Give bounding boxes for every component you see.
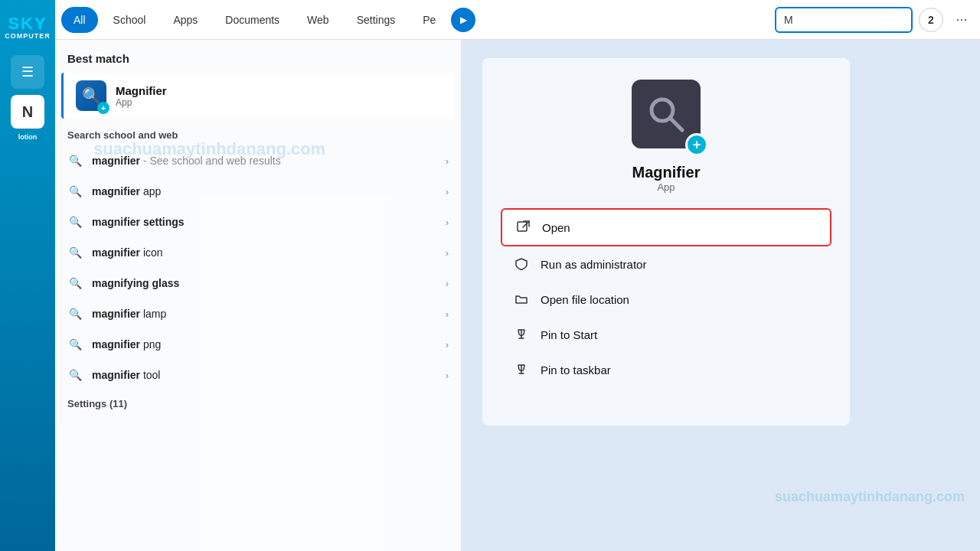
folder-icon [513, 291, 530, 308]
app-type-large: App [657, 181, 675, 193]
sidebar: SKY COMPUTER ☰ N lotion [0, 0, 55, 551]
search-row-text-5: magnifier lamp [92, 308, 436, 320]
chevron-7: › [446, 370, 449, 381]
tab-school[interactable]: School [101, 7, 158, 33]
search-row-text-4: magnifying glass [92, 277, 436, 289]
right-panel: + Magnifier App Open [461, 40, 980, 551]
best-match-item[interactable]: 🔍 + Magnifier App [61, 73, 455, 119]
svg-line-1 [670, 118, 682, 130]
best-match-type: App [116, 97, 167, 108]
logo-sky-text: SKY [8, 15, 47, 32]
chevron-3: › [446, 247, 449, 259]
main-content: All School Apps Documents Web Settings P… [55, 0, 980, 551]
tab-settings[interactable]: Settings [345, 7, 408, 33]
plus-badge-icon: + [97, 102, 109, 114]
chevron-5: › [446, 308, 449, 320]
pin-start-label: Pin to Start [541, 328, 597, 341]
search-row-text-3: magnifier icon [92, 246, 436, 259]
tab-apps[interactable]: Apps [161, 7, 210, 33]
settings-count: Settings (11) [55, 390, 461, 412]
chevron-4: › [446, 278, 449, 289]
pin-start-icon [513, 326, 530, 343]
body-area: suachuamaytinhdanang.com Best match 🔍 + … [55, 40, 980, 551]
chevron-6: › [446, 339, 449, 350]
tab-all[interactable]: All [61, 7, 98, 33]
search-icon-0: 🔍 [67, 153, 83, 168]
search-icon-6: 🔍 [67, 337, 83, 352]
app-icon-large: + [632, 80, 701, 148]
sidebar-notion-label: lotion [18, 133, 38, 141]
search-icon-5: 🔍 [67, 306, 83, 321]
search-input[interactable] [775, 7, 913, 33]
magnifier-large-svg [645, 93, 687, 135]
play-button[interactable]: ▶ [451, 8, 475, 32]
search-icon-3: 🔍 [67, 245, 83, 260]
search-icon-1: 🔍 [67, 184, 83, 199]
search-row-text-1: magnifier app [92, 185, 436, 197]
search-row-text-6: magnifier png [92, 338, 436, 350]
search-icon-4: 🔍 [67, 276, 83, 291]
pin-taskbar-label: Pin to taskbar [541, 364, 611, 377]
logo-computer-text: COMPUTER [5, 32, 51, 41]
sidebar-notion-icon[interactable]: N [11, 95, 44, 129]
file-location-label: Open file location [541, 293, 629, 306]
tab-documents[interactable]: Documents [213, 7, 292, 33]
tab-pe[interactable]: Pe [410, 7, 448, 33]
context-file-location[interactable]: Open file location [501, 282, 831, 317]
search-row-text-7: magnifier tool [92, 369, 436, 381]
sidebar-menu-icon[interactable]: ☰ [11, 55, 44, 89]
search-icon-7: 🔍 [67, 367, 83, 383]
search-row-3[interactable]: 🔍 magnifier icon › [55, 237, 461, 268]
pin-taskbar-icon [513, 361, 530, 378]
left-panel: suachuamaytinhdanang.com Best match 🔍 + … [55, 40, 461, 551]
chevron-2: › [446, 217, 449, 228]
school-section-title: Search school and web [55, 122, 461, 145]
run-admin-label: Run as administrator [541, 258, 646, 271]
chevron-1: › [446, 186, 449, 197]
count-badge: 2 [919, 8, 943, 32]
search-row-1[interactable]: 🔍 magnifier app › [55, 176, 461, 207]
context-menu: Open Run as administrator Op [501, 208, 831, 387]
tab-web[interactable]: Web [295, 7, 341, 33]
search-row-7[interactable]: 🔍 magnifier tool › [55, 360, 461, 390]
chevron-0: › [446, 155, 449, 167]
admin-icon [513, 256, 530, 272]
search-row-text-0: magnifier - See school and web results [92, 155, 436, 167]
svg-rect-2 [518, 222, 527, 231]
search-row-text-2: magnifier settings [92, 216, 436, 228]
context-pin-taskbar[interactable]: Pin to taskbar [501, 352, 831, 387]
open-icon [514, 219, 531, 236]
open-label: Open [542, 221, 570, 234]
search-row-6[interactable]: 🔍 magnifier png › [55, 329, 461, 360]
context-open[interactable]: Open [501, 208, 831, 246]
plus-circle-icon: + [685, 133, 708, 156]
best-match-text: Magnifier App [116, 84, 167, 108]
best-match-title: Best match [55, 52, 461, 73]
sidebar-logo: SKY COMPUTER [6, 6, 49, 49]
search-row-4[interactable]: 🔍 magnifying glass › [55, 268, 461, 298]
watermark-right: suachuamaytinhdanang.com [775, 489, 965, 505]
search-icon-2: 🔍 [67, 214, 83, 230]
more-button[interactable]: ··· [949, 8, 974, 32]
search-row-5[interactable]: 🔍 magnifier lamp › [55, 298, 461, 329]
app-name-large: Magnifier [632, 164, 701, 181]
best-match-name: Magnifier [116, 84, 167, 97]
magnifier-app-icon: 🔍 + [76, 80, 106, 111]
context-run-admin[interactable]: Run as administrator [501, 246, 831, 282]
search-row-0[interactable]: 🔍 magnifier - See school and web results… [55, 145, 461, 176]
search-row-2[interactable]: 🔍 magnifier settings › [55, 207, 461, 237]
topbar: All School Apps Documents Web Settings P… [55, 0, 980, 40]
context-pin-start[interactable]: Pin to Start [501, 317, 831, 352]
right-panel-inner: + Magnifier App Open [482, 58, 850, 425]
